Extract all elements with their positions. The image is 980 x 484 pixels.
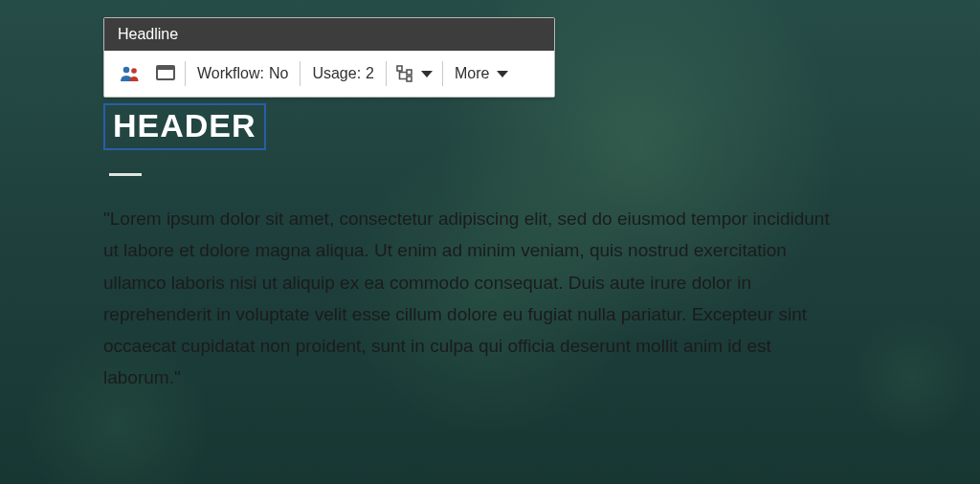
workflow-label: Workflow:	[197, 65, 264, 82]
tree-icon	[396, 65, 413, 82]
users-icon	[120, 64, 141, 83]
page-header[interactable]: HEADER	[113, 107, 256, 144]
toolbar-divider	[442, 61, 443, 86]
svg-rect-4	[397, 66, 402, 71]
svg-rect-6	[407, 77, 412, 81]
toolbar-divider	[386, 61, 387, 86]
window-icon	[156, 65, 175, 82]
users-icon-button[interactable]	[112, 56, 148, 91]
editor-toolbar: Headline Workflow: No Usage:	[103, 17, 555, 98]
page-content: HEADER "Lorem ipsum dolor sit amet, cons…	[103, 103, 894, 394]
header-selection-box[interactable]: HEADER	[103, 103, 266, 150]
toolbar-body: Workflow: No Usage: 2 More	[104, 51, 554, 97]
svg-rect-5	[407, 70, 412, 75]
chevron-down-icon	[497, 71, 508, 77]
chevron-down-icon	[421, 71, 433, 77]
more-dropdown-button[interactable]: More	[445, 56, 518, 91]
body-paragraph[interactable]: "Lorem ipsum dolor sit amet, consectetur…	[103, 203, 831, 394]
usage-status[interactable]: Usage: 2	[302, 56, 384, 91]
toolbar-divider	[185, 61, 186, 86]
usage-value: 2	[366, 65, 374, 82]
toolbar-title: Headline	[104, 18, 554, 51]
usage-label: Usage:	[312, 65, 361, 82]
tree-dropdown-button[interactable]	[389, 56, 440, 91]
header-underline	[109, 173, 142, 176]
svg-point-0	[123, 67, 130, 74]
window-icon-button[interactable]	[148, 56, 183, 91]
more-label: More	[455, 65, 489, 82]
svg-rect-3	[157, 66, 174, 70]
workflow-value: No	[269, 65, 288, 82]
workflow-status[interactable]: Workflow: No	[188, 56, 298, 91]
toolbar-divider	[300, 61, 301, 86]
svg-point-1	[131, 68, 137, 74]
